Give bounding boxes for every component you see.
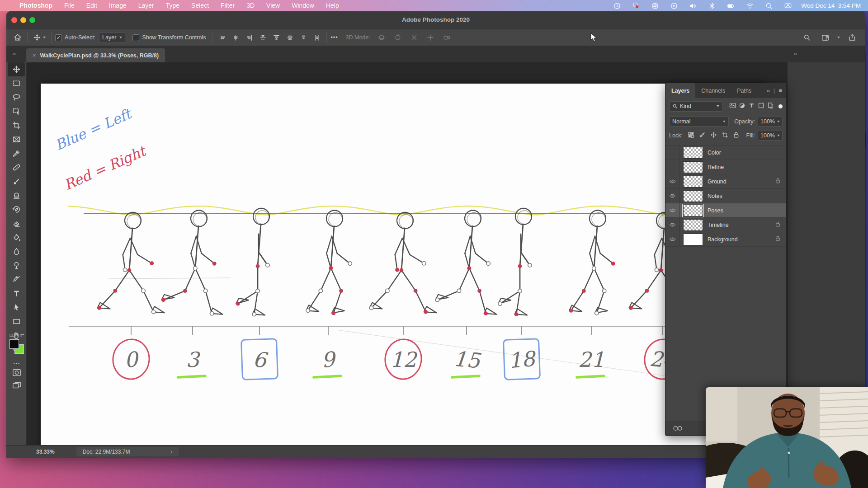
menu-3d[interactable]: 3D [241,0,260,11]
paint-bucket-tool[interactable] [8,230,25,244]
input-switcher-icon[interactable] [783,0,793,11]
layer-row-notes[interactable]: Notes [665,189,786,203]
panel-collapse-chevron-icon[interactable]: » [767,87,770,94]
align-icon-5[interactable] [270,32,282,43]
dock-collapse-chevron-icon[interactable]: « [794,50,796,57]
align-icon-2[interactable] [230,32,241,43]
swap-colors-icon[interactable]: ⇄ [20,333,24,338]
screen-recording-icon[interactable] [631,0,641,11]
link-layers-icon[interactable] [673,425,684,432]
menu-layer[interactable]: Layer [132,0,160,11]
layer-visibility-empty[interactable] [665,145,679,160]
eraser-tool[interactable] [8,216,25,230]
play-circle-icon[interactable] [669,0,679,11]
layer-row-background[interactable]: Background [665,232,786,247]
share-icon[interactable] [846,32,858,43]
history-brush-tool[interactable] [8,202,25,216]
align-icon-3[interactable] [243,32,255,43]
layers-panel-tab-paths[interactable]: Paths [731,83,757,98]
toolbar-collapse-chevron-icon[interactable]: » [13,50,15,57]
panel-menu-icon[interactable]: ≡ [778,87,782,94]
layer-thumbnail[interactable] [683,234,703,245]
layer-thumbnail[interactable] [683,161,703,173]
document-canvas[interactable]: Blue = LeftRed = Right03691215182124 [41,84,766,445]
layers-panel-tab-layers[interactable]: Layers [665,83,695,98]
layer-thumbnail[interactable] [683,205,703,216]
filter-kind-dropdown[interactable]: Kind [669,101,722,112]
rectangle-tool[interactable] [8,314,25,328]
eyedropper-tool[interactable] [8,146,25,160]
bluetooth-icon[interactable] [707,0,717,11]
layer-visibility-eye-icon[interactable] [665,203,679,217]
home-icon[interactable] [12,32,24,43]
zoom-level-field[interactable]: 33.33% [36,449,55,455]
workspace-chevron-icon[interactable] [837,37,840,38]
path-selection-tool[interactable] [8,300,25,314]
wifi-icon[interactable] [745,0,755,11]
layer-visibility-eye-icon[interactable] [665,232,679,246]
menu-window[interactable]: Window [286,0,320,11]
opacity-field[interactable]: 100% [758,117,783,127]
blend-mode-dropdown[interactable]: Normal [669,116,729,127]
type-tool[interactable] [8,286,25,300]
lock-all-icon[interactable] [732,131,740,140]
spotlight-icon[interactable] [764,0,774,11]
menu-file[interactable]: File [58,0,80,11]
layer-row-ground[interactable]: Ground [665,174,786,189]
layer-thumbnail[interactable] [683,147,703,159]
timemachine-icon[interactable] [612,0,622,11]
type-filter-icon[interactable] [748,102,755,111]
document-tab[interactable]: × WalkCyclePlan.psd @ 33.3% (Poses, RGB/… [26,48,165,62]
status-chevron-icon[interactable]: › [170,449,172,455]
menu-edit[interactable]: Edit [80,0,103,11]
shutter-icon[interactable] [650,0,660,11]
foreground-color-swatch[interactable] [9,339,19,349]
layer-visibility-eye-icon[interactable] [665,189,679,203]
move-tool[interactable] [8,62,25,76]
layer-row-color[interactable]: Color [665,145,786,160]
layer-thumbnail[interactable] [683,176,703,188]
move-tool-icon[interactable] [31,32,43,43]
battery-icon[interactable] [726,0,736,11]
window-titlebar[interactable]: Adobe Photoshop 2020 [6,11,865,29]
layer-row-timeline[interactable]: Timeline [665,218,786,232]
lock-position-icon[interactable] [710,131,717,140]
search-icon[interactable] [801,32,813,43]
adjustment-filter-icon[interactable] [738,102,746,111]
quick-mask-icon[interactable] [12,368,22,379]
dodge-tool[interactable] [8,258,25,272]
layers-panel-tab-channels[interactable]: Channels [695,83,731,98]
clone-stamp-tool[interactable] [8,188,25,202]
menu-select[interactable]: Select [185,0,215,11]
menu-help[interactable]: Help [320,0,345,11]
auto-select-target-dropdown[interactable]: Layer [99,33,125,43]
menu-type[interactable]: Type [160,0,185,11]
align-icon-6[interactable] [284,32,296,43]
marquee-tool[interactable] [8,76,25,90]
tool-preset-chevron-icon[interactable] [43,37,46,38]
fill-field[interactable]: 100% [758,131,783,141]
align-icon-4[interactable] [257,32,269,43]
auto-select-checkbox[interactable]: ✓ [55,34,62,41]
layer-visibility-eye-icon[interactable] [665,174,679,188]
pen-tool[interactable] [8,272,25,286]
object-selection-tool[interactable] [8,104,25,118]
slice-tool[interactable] [8,132,25,146]
align-icon-8[interactable] [311,32,323,43]
volume-icon[interactable] [688,0,698,11]
menu-filter[interactable]: Filter [215,0,241,11]
smart-object-filter-icon[interactable] [767,102,774,111]
healing-brush-tool[interactable] [8,160,25,174]
default-colors-icon[interactable]: ◱ [9,333,13,337]
lock-transparent-icon[interactable] [687,131,695,140]
tab-close-icon[interactable]: × [33,52,36,59]
screen-mode-icon[interactable] [12,381,22,392]
lock-artboard-icon[interactable] [721,131,729,140]
workspace-switcher-icon[interactable] [819,32,831,43]
menu-view[interactable]: View [260,0,286,11]
menu-image[interactable]: Image [103,0,132,11]
layer-visibility-empty[interactable] [665,160,679,174]
layer-thumbnail[interactable] [683,190,703,202]
lock-pixels-icon[interactable] [698,131,706,140]
layer-row-refine[interactable]: Refine [665,160,786,174]
